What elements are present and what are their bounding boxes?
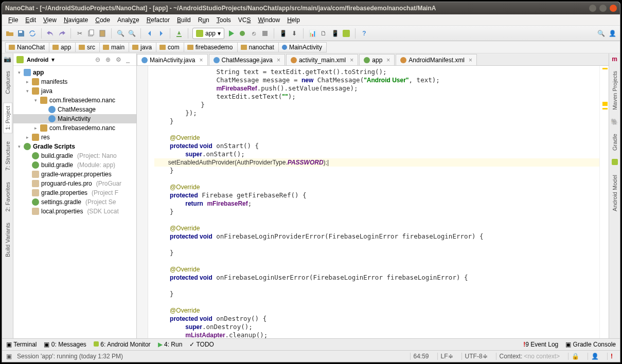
save-icon[interactable] [16,29,26,38]
hector-icon[interactable]: 👤 [588,353,602,360]
close-icon[interactable]: × [199,57,203,64]
window-minimize-button[interactable] [589,5,596,12]
editor-tab[interactable]: AndroidManifest.xml× [396,54,477,65]
tree-item[interactable]: MainActivity [13,114,136,123]
menu-bar[interactable]: File Edit View Navigate Code Analyze Ref… [2,14,620,26]
debug-icon[interactable] [238,29,247,38]
menu-edit[interactable]: Edit [22,15,39,25]
menu-vcs[interactable]: VCS [235,15,254,25]
android-model-tab[interactable]: Android Model [611,172,619,214]
file-encoding[interactable]: UTF-8≑ [461,353,491,360]
menu-view[interactable]: View [40,15,60,25]
close-icon[interactable]: × [386,57,390,64]
android-model-icon[interactable] [612,159,618,167]
messages-tab[interactable]: ▣ 0: Messages [44,341,86,348]
gear-icon[interactable]: ⚙ [116,56,123,63]
lock-icon[interactable]: 🔒 [568,353,582,360]
editor-tab[interactable]: activity_main.xml× [286,54,358,65]
caret-position[interactable]: 64:59 [410,353,432,360]
back-icon[interactable] [145,29,154,38]
monitor-icon[interactable]: 📊 [308,29,317,38]
menu-run[interactable]: Run [195,15,212,25]
tree-item[interactable]: gradle.properties(Project F [13,188,136,197]
tree-item[interactable]: settings.gradle(Project Se [13,197,136,207]
tree-item[interactable]: build.gradle(Module: app) [13,160,136,170]
tree-item[interactable]: ▾com.firebasedemo.nanc [13,96,136,105]
close-icon[interactable]: × [277,57,280,64]
make-icon[interactable] [174,29,184,38]
tree-item[interactable]: ▾java [13,86,136,96]
breadcrumb[interactable]: src [75,42,100,52]
menu-build[interactable]: Build [174,15,194,25]
structure-tab[interactable]: 7: Structure [4,138,12,174]
tree-item[interactable]: ▸manifests [13,77,136,86]
layout-icon[interactable]: 🗋 [319,29,328,38]
breadcrumb[interactable]: main [99,42,129,52]
run-config-selector[interactable]: app ▾ [192,28,224,39]
tree-item[interactable]: build.gradle(Project: Nano [13,151,136,160]
project-tree[interactable]: ▾app▸manifests▾java▾com.firebasedemo.nan… [13,66,136,338]
error-indicator-icon[interactable]: ! [607,353,616,360]
run-icon[interactable] [226,29,236,38]
find-icon[interactable]: 🔍 [116,29,125,38]
replace-icon[interactable]: 🔍 [127,29,136,38]
user-icon[interactable]: 👤 [608,29,617,38]
build-variants-tab[interactable]: Build Variants [4,220,12,260]
cut-icon[interactable]: ✂ [75,29,84,38]
breadcrumb[interactable]: firebasedemo [184,42,238,52]
tree-item[interactable]: proguard-rules.pro(ProGuar [13,179,136,188]
breadcrumb[interactable]: java [129,42,156,52]
favorites-tab[interactable]: 2: Favorites [4,179,12,214]
todo-tab[interactable]: ✓ TODO [189,341,214,348]
breadcrumb[interactable]: MainActivity [278,42,327,52]
menu-analyze[interactable]: Analyze [114,15,143,25]
sdk-icon[interactable]: ⬇ [290,29,299,38]
copy-icon[interactable] [86,29,96,38]
droid-icon[interactable] [342,29,351,38]
menu-tools[interactable]: Tools [214,15,234,25]
close-icon[interactable]: × [350,57,353,64]
code-editor[interactable]: String text = textEdit.getText().toStrin… [148,66,599,338]
window-close-button[interactable] [610,5,617,12]
device-icon[interactable]: 📱 [330,29,340,38]
tree-item[interactable]: local.properties(SDK Locat [13,207,136,216]
menu-refactor[interactable]: Refactor [144,15,173,25]
editor-gutter[interactable] [137,66,148,338]
hide-icon[interactable]: ⎯ [126,56,133,63]
run-tab[interactable]: ▶ 4: Run [158,341,183,348]
editor-tab[interactable]: app× [359,54,395,65]
open-icon[interactable] [5,29,14,38]
stop-icon[interactable] [260,29,270,38]
event-log-tab[interactable]: !9 Event Log [523,341,558,348]
menu-file[interactable]: File [5,15,21,25]
collapse-icon[interactable]: ⊖ [95,56,102,63]
help-icon[interactable]: ? [360,29,369,38]
gradle-icon[interactable]: 🐘 [611,118,618,125]
editor-tab[interactable]: MainActivity.java× [137,54,208,65]
line-separator[interactable]: LF≑ [437,353,456,360]
tree-item[interactable]: ▸res [13,133,136,142]
window-maximize-button[interactable] [599,5,607,12]
breadcrumb[interactable]: NanoChat [5,42,49,52]
tree-item[interactable]: gradle-wrapper.properties [13,170,136,179]
breadcrumb[interactable]: nanochat [237,42,279,52]
status-icon[interactable]: ▣ [6,353,12,360]
menu-window[interactable]: Window [255,15,283,25]
target-icon[interactable]: ⊕ [105,56,113,63]
menu-code[interactable]: Code [92,15,113,25]
search-everywhere-icon[interactable]: 🔍 [596,29,606,38]
captures-tab[interactable]: Captures [4,68,12,97]
tree-item[interactable]: ▸com.firebasedemo.nanc [13,123,136,133]
breadcrumb[interactable]: com [156,42,184,52]
close-icon[interactable]: × [469,57,472,64]
project-view-selector[interactable]: Android [27,57,48,63]
menu-navigate[interactable]: Navigate [61,15,91,25]
context-widget[interactable]: Context: <no context> [496,353,563,360]
project-tab[interactable]: 1: Project [3,102,12,133]
attach-icon[interactable]: ⎋ [249,29,258,38]
tree-item[interactable]: ▾app [13,68,136,77]
redo-icon[interactable] [57,29,66,38]
android-monitor-tab[interactable]: 6: Android Monitor [94,341,151,348]
paste-icon[interactable] [98,29,107,38]
gradle-tab[interactable]: Gradle [611,131,619,154]
